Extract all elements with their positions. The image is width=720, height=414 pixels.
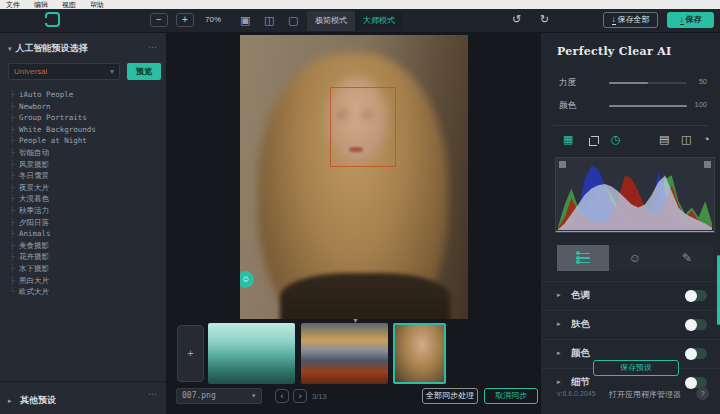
filename-select[interactable]: 007.png ▾ (176, 388, 262, 404)
download-icon: ↓ (612, 15, 616, 25)
preset-item[interactable]: 欧式大片 (10, 286, 160, 298)
preset-item[interactable]: 花卉摄影 (10, 251, 160, 263)
section-色调[interactable]: ▸色调 (541, 281, 720, 310)
zoom-level: 70% (205, 15, 221, 24)
next-photo-button[interactable]: › (293, 389, 307, 403)
toggle-knob (685, 319, 697, 331)
adjustments-panel: Perfectly Clear AI 力度50颜色100 ▦ ◷ ▤ ◫ ◔ ☺… (540, 33, 720, 414)
sync-all-button[interactable]: 全部同步处理 (422, 388, 478, 404)
adjustment-tabs: ☺ ✎ (557, 245, 713, 271)
tab-sliders[interactable] (557, 245, 609, 271)
app-manager-link[interactable]: 打开应用程序管理器 (609, 389, 681, 400)
history-icon[interactable]: ◷ (611, 133, 621, 146)
chevron-right-icon: ▸ (557, 320, 561, 328)
filename-value: 007.png (182, 389, 216, 403)
preset-item[interactable]: 黑白大片 (10, 275, 160, 287)
preset-tree: iAuto PeopleNewbornGroup PortraitsWhite … (10, 89, 160, 298)
preset-item[interactable]: Animals (10, 228, 160, 240)
redo-icon[interactable]: ↻ (540, 13, 549, 26)
preset-item[interactable]: 大漠暮色 (10, 193, 160, 205)
save-button[interactable]: ↓保存 (667, 12, 714, 28)
toggle-颜色[interactable] (685, 348, 707, 359)
preset-item[interactable]: iAuto People (10, 89, 160, 101)
reset-icon[interactable]: ◔ (703, 133, 710, 145)
menu-item-编辑[interactable]: 编辑 (34, 0, 48, 9)
preset-item[interactable]: 秋季活力 (10, 205, 160, 217)
split-view-icon[interactable]: ◫ (264, 13, 274, 27)
chevron-down-icon: ▾ (251, 389, 256, 403)
preset-item[interactable]: 夕阳日落 (10, 217, 160, 229)
menu-item-帮助[interactable]: 帮助 (90, 0, 104, 9)
histogram-left-toggle[interactable] (559, 161, 566, 168)
version-label: v:6.6.0.2045 (557, 390, 596, 397)
preset-item[interactable]: White Backgrounds (10, 124, 160, 136)
preset-item[interactable]: 风景摄影 (10, 159, 160, 171)
mode-tabs: 极简模式大师模式 (307, 11, 403, 31)
slider-row-力度: 力度50 (541, 71, 720, 94)
menubar: 文件编辑视图帮助 (0, 0, 720, 9)
section-label: 色调 (571, 289, 590, 302)
toggle-knob (685, 290, 697, 302)
toggle-色调[interactable] (685, 290, 707, 301)
tab-retouch[interactable]: ✎ (661, 245, 713, 271)
slider-value: 100 (694, 100, 707, 109)
histogram (555, 157, 715, 233)
preset-item[interactable]: Newborn (10, 101, 160, 113)
face-detect-badge-icon[interactable]: ☺ (240, 271, 254, 288)
chevron-right-icon: ▸ (557, 349, 561, 357)
slider-track[interactable] (609, 105, 687, 107)
zoom-in-button[interactable]: + (176, 13, 194, 27)
tab-face[interactable]: ☺ (609, 245, 661, 271)
prev-photo-button[interactable]: ‹ (275, 389, 289, 403)
preset-item[interactable]: People at Night (10, 135, 160, 147)
help-icon[interactable]: ? (696, 387, 709, 400)
stack-icon[interactable]: ▤ (659, 133, 669, 146)
add-photo-button[interactable]: + (177, 325, 204, 382)
undo-icon[interactable]: ↺ (512, 13, 521, 26)
save-preset-button[interactable]: 保存预设 (593, 360, 679, 376)
histogram-right-toggle[interactable] (704, 161, 711, 168)
photo-preview[interactable]: ☺ (240, 35, 468, 319)
single-view-icon[interactable]: ▣ (240, 13, 250, 27)
preset-item[interactable]: 冬日雪景 (10, 170, 160, 182)
preset-item[interactable]: 美食摄影 (10, 240, 160, 252)
panel-title: Perfectly Clear AI (557, 45, 671, 58)
fit-view-icon[interactable]: ▢ (288, 13, 298, 27)
thumbnail-sunset[interactable] (301, 323, 388, 384)
preset-group-value: Universal (14, 64, 47, 79)
download-icon: ↓ (680, 15, 684, 25)
slider-track[interactable] (609, 82, 687, 84)
ai-presets-header[interactable]: ▾人工智能预设选择 (8, 42, 88, 55)
chevron-down-icon: ▾ (110, 64, 114, 79)
mode-tab-大师模式[interactable]: 大师模式 (355, 11, 403, 31)
other-presets-row[interactable]: ▸ 其他预设 ⋯ (0, 381, 166, 405)
preset-item[interactable]: Group Portraits (10, 112, 160, 124)
crop-icon[interactable] (589, 136, 598, 145)
thumbnail-portrait-selected[interactable] (393, 323, 446, 384)
preview-button[interactable]: 预览 (127, 63, 161, 80)
zoom-out-button[interactable]: − (150, 13, 168, 27)
section-肤色[interactable]: ▸肤色 (541, 310, 720, 339)
preset-sidebar: ▾人工智能预设选择 ⋯ Universal ▾ 预览 iAuto PeopleN… (0, 33, 167, 414)
mirror-compare-icon[interactable]: ◫ (681, 133, 691, 146)
menu-item-文件[interactable]: 文件 (6, 0, 20, 9)
slider-row-颜色: 颜色100 (541, 94, 720, 117)
menu-item-视图[interactable]: 视图 (62, 0, 76, 9)
toggle-肤色[interactable] (685, 319, 707, 330)
thumbnail-cityscape[interactable] (208, 323, 295, 384)
mode-tab-极简模式[interactable]: 极简模式 (307, 11, 355, 31)
face-detection-box[interactable] (330, 87, 396, 167)
preset-group-select[interactable]: Universal ▾ (8, 63, 120, 80)
save-all-button[interactable]: ↓保存全部 (603, 12, 658, 28)
cancel-sync-button[interactable]: 取消同步 (484, 388, 538, 404)
more-icon[interactable]: ⋯ (148, 42, 158, 52)
editor-canvas: ☺ ▼ + 007.png ▾ ‹ › 3/13 全部同步处理 取消同步 (167, 33, 540, 414)
more-icon[interactable]: ⋯ (148, 389, 158, 399)
preset-item[interactable]: 智能自动 (10, 147, 160, 159)
preset-item[interactable]: 水下摄影 (10, 263, 160, 275)
section-label: 肤色 (571, 318, 590, 331)
preset-item[interactable]: 夜景大片 (10, 182, 160, 194)
app-logo-icon (45, 12, 60, 27)
levels-icon[interactable]: ▦ (563, 133, 573, 146)
tools-row: ▦ ◷ ▤ ◫ ◔ (541, 133, 720, 151)
